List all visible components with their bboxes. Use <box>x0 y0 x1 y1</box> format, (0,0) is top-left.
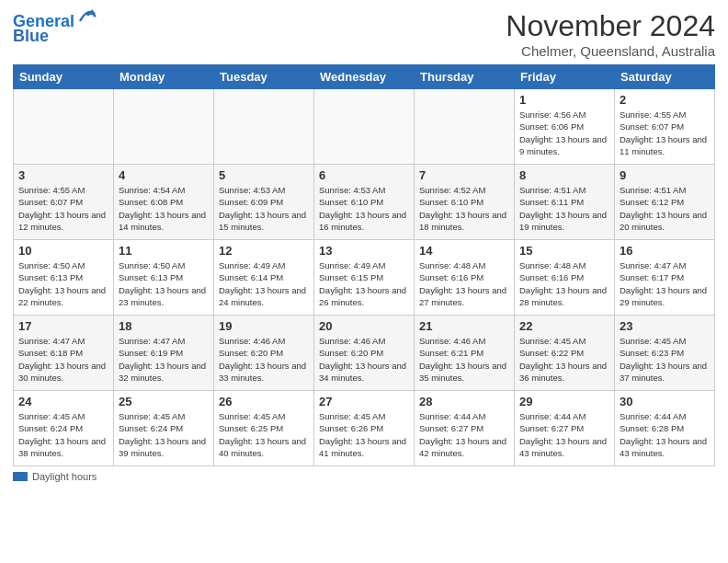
day-number: 10 <box>18 244 108 258</box>
calendar-cell: 18Sunrise: 4:47 AM Sunset: 6:19 PM Dayli… <box>114 316 214 391</box>
calendar-header-monday: Monday <box>114 65 214 89</box>
calendar-cell <box>14 89 114 165</box>
calendar-cell: 16Sunrise: 4:47 AM Sunset: 6:17 PM Dayli… <box>615 240 715 316</box>
day-info: Sunrise: 4:49 AM Sunset: 6:15 PM Dayligh… <box>319 259 409 308</box>
calendar-cell <box>415 89 515 165</box>
legend: Daylight hours <box>13 471 715 482</box>
day-number: 8 <box>519 168 609 182</box>
calendar-cell: 3Sunrise: 4:55 AM Sunset: 6:07 PM Daylig… <box>14 165 114 240</box>
calendar-cell: 20Sunrise: 4:46 AM Sunset: 6:20 PM Dayli… <box>314 316 415 391</box>
calendar-week-2: 3Sunrise: 4:55 AM Sunset: 6:07 PM Daylig… <box>14 165 715 240</box>
calendar-header-wednesday: Wednesday <box>314 65 415 89</box>
day-number: 7 <box>419 168 509 182</box>
calendar-week-5: 24Sunrise: 4:45 AM Sunset: 6:24 PM Dayli… <box>14 391 715 466</box>
day-info: Sunrise: 4:45 AM Sunset: 6:24 PM Dayligh… <box>18 410 108 459</box>
calendar-header-saturday: Saturday <box>615 65 715 89</box>
day-number: 28 <box>419 395 509 408</box>
calendar-cell: 12Sunrise: 4:49 AM Sunset: 6:14 PM Dayli… <box>214 240 314 316</box>
day-number: 6 <box>319 168 409 182</box>
day-info: Sunrise: 4:47 AM Sunset: 6:17 PM Dayligh… <box>620 259 710 308</box>
day-number: 13 <box>319 244 409 258</box>
day-info: Sunrise: 4:48 AM Sunset: 6:16 PM Dayligh… <box>419 259 509 308</box>
calendar-cell: 8Sunrise: 4:51 AM Sunset: 6:11 PM Daylig… <box>515 165 615 240</box>
calendar-cell: 17Sunrise: 4:47 AM Sunset: 6:18 PM Dayli… <box>14 316 114 391</box>
calendar-week-4: 17Sunrise: 4:47 AM Sunset: 6:18 PM Dayli… <box>14 316 715 391</box>
calendar-cell: 1Sunrise: 4:56 AM Sunset: 6:06 PM Daylig… <box>515 89 615 165</box>
title-block: November 2024 Chelmer, Queensland, Austr… <box>506 9 715 59</box>
day-info: Sunrise: 4:53 AM Sunset: 6:10 PM Dayligh… <box>319 184 409 233</box>
day-info: Sunrise: 4:44 AM Sunset: 6:27 PM Dayligh… <box>419 410 509 459</box>
day-number: 21 <box>419 319 509 333</box>
calendar-header-friday: Friday <box>515 65 615 89</box>
day-info: Sunrise: 4:55 AM Sunset: 6:07 PM Dayligh… <box>18 184 108 233</box>
calendar: SundayMondayTuesdayWednesdayThursdayFrid… <box>13 64 715 466</box>
day-number: 30 <box>620 395 710 408</box>
day-number: 12 <box>219 244 309 258</box>
day-info: Sunrise: 4:50 AM Sunset: 6:13 PM Dayligh… <box>18 259 108 308</box>
calendar-cell: 23Sunrise: 4:45 AM Sunset: 6:23 PM Dayli… <box>615 316 715 391</box>
day-info: Sunrise: 4:51 AM Sunset: 6:12 PM Dayligh… <box>620 184 710 233</box>
calendar-cell: 2Sunrise: 4:55 AM Sunset: 6:07 PM Daylig… <box>615 89 715 165</box>
calendar-cell: 29Sunrise: 4:44 AM Sunset: 6:27 PM Dayli… <box>515 391 615 466</box>
day-number: 5 <box>219 168 309 182</box>
calendar-cell: 6Sunrise: 4:53 AM Sunset: 6:10 PM Daylig… <box>314 165 415 240</box>
day-number: 2 <box>620 93 710 107</box>
calendar-cell: 13Sunrise: 4:49 AM Sunset: 6:15 PM Dayli… <box>314 240 415 316</box>
calendar-cell: 10Sunrise: 4:50 AM Sunset: 6:13 PM Dayli… <box>14 240 114 316</box>
header: General Blue November 2024 Chelmer, Quee… <box>13 9 715 59</box>
day-number: 19 <box>219 319 309 333</box>
logo-icon <box>76 6 98 29</box>
logo-text-blue: Blue <box>13 27 49 45</box>
day-number: 17 <box>18 319 108 333</box>
calendar-cell: 14Sunrise: 4:48 AM Sunset: 6:16 PM Dayli… <box>415 240 515 316</box>
day-number: 24 <box>18 395 108 408</box>
calendar-cell: 4Sunrise: 4:54 AM Sunset: 6:08 PM Daylig… <box>114 165 214 240</box>
calendar-cell: 25Sunrise: 4:45 AM Sunset: 6:24 PM Dayli… <box>114 391 214 466</box>
day-info: Sunrise: 4:46 AM Sunset: 6:21 PM Dayligh… <box>419 335 509 384</box>
calendar-cell <box>214 89 314 165</box>
calendar-cell: 7Sunrise: 4:52 AM Sunset: 6:10 PM Daylig… <box>415 165 515 240</box>
day-info: Sunrise: 4:50 AM Sunset: 6:13 PM Dayligh… <box>119 259 209 308</box>
month-title: November 2024 <box>506 9 715 43</box>
day-info: Sunrise: 4:45 AM Sunset: 6:26 PM Dayligh… <box>319 410 409 459</box>
calendar-cell: 22Sunrise: 4:45 AM Sunset: 6:22 PM Dayli… <box>515 316 615 391</box>
calendar-cell: 5Sunrise: 4:53 AM Sunset: 6:09 PM Daylig… <box>214 165 314 240</box>
calendar-week-1: 1Sunrise: 4:56 AM Sunset: 6:06 PM Daylig… <box>14 89 715 165</box>
day-number: 22 <box>519 319 609 333</box>
day-number: 15 <box>519 244 609 258</box>
logo: General Blue <box>13 13 98 46</box>
day-info: Sunrise: 4:49 AM Sunset: 6:14 PM Dayligh… <box>219 259 309 308</box>
day-info: Sunrise: 4:45 AM Sunset: 6:22 PM Dayligh… <box>519 335 609 384</box>
legend-label: Daylight hours <box>32 471 97 482</box>
calendar-cell: 30Sunrise: 4:44 AM Sunset: 6:28 PM Dayli… <box>615 391 715 466</box>
day-info: Sunrise: 4:45 AM Sunset: 6:25 PM Dayligh… <box>219 410 309 459</box>
legend-box <box>13 472 28 481</box>
day-number: 16 <box>620 244 710 258</box>
calendar-cell: 24Sunrise: 4:45 AM Sunset: 6:24 PM Dayli… <box>14 391 114 466</box>
day-info: Sunrise: 4:45 AM Sunset: 6:24 PM Dayligh… <box>119 410 209 459</box>
calendar-cell <box>314 89 415 165</box>
calendar-cell: 28Sunrise: 4:44 AM Sunset: 6:27 PM Dayli… <box>415 391 515 466</box>
day-info: Sunrise: 4:53 AM Sunset: 6:09 PM Dayligh… <box>219 184 309 233</box>
day-number: 9 <box>620 168 710 182</box>
day-info: Sunrise: 4:56 AM Sunset: 6:06 PM Dayligh… <box>519 109 609 157</box>
calendar-cell: 11Sunrise: 4:50 AM Sunset: 6:13 PM Dayli… <box>114 240 214 316</box>
calendar-cell: 15Sunrise: 4:48 AM Sunset: 6:16 PM Dayli… <box>515 240 615 316</box>
calendar-cell <box>114 89 214 165</box>
calendar-cell: 27Sunrise: 4:45 AM Sunset: 6:26 PM Dayli… <box>314 391 415 466</box>
day-number: 29 <box>519 395 609 408</box>
day-info: Sunrise: 4:51 AM Sunset: 6:11 PM Dayligh… <box>519 184 609 233</box>
day-number: 11 <box>119 244 209 258</box>
calendar-cell: 9Sunrise: 4:51 AM Sunset: 6:12 PM Daylig… <box>615 165 715 240</box>
day-info: Sunrise: 4:44 AM Sunset: 6:28 PM Dayligh… <box>620 410 710 459</box>
day-number: 25 <box>119 395 209 408</box>
day-info: Sunrise: 4:54 AM Sunset: 6:08 PM Dayligh… <box>119 184 209 233</box>
day-info: Sunrise: 4:52 AM Sunset: 6:10 PM Dayligh… <box>419 184 509 233</box>
calendar-header-thursday: Thursday <box>415 65 515 89</box>
day-number: 20 <box>319 319 409 333</box>
day-info: Sunrise: 4:45 AM Sunset: 6:23 PM Dayligh… <box>620 335 710 384</box>
calendar-header-sunday: Sunday <box>14 65 114 89</box>
subtitle: Chelmer, Queensland, Australia <box>506 43 715 59</box>
day-number: 3 <box>18 168 108 182</box>
calendar-cell: 21Sunrise: 4:46 AM Sunset: 6:21 PM Dayli… <box>415 316 515 391</box>
